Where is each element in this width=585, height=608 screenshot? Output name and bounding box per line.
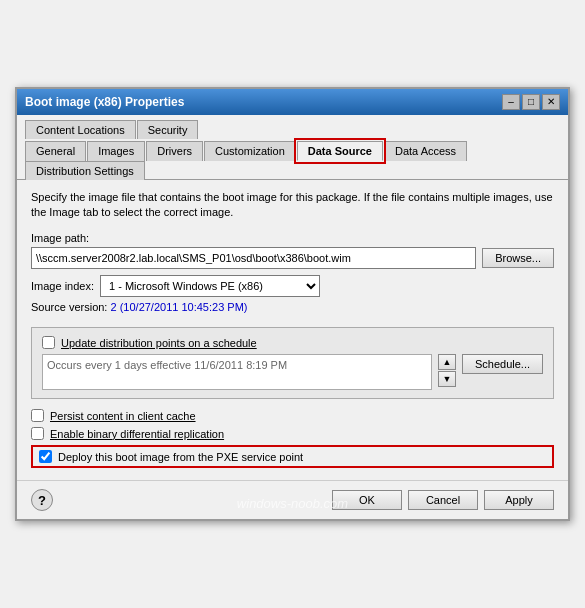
tab-data-access[interactable]: Data Access bbox=[384, 141, 467, 161]
image-path-label: Image path: bbox=[31, 232, 554, 244]
browse-button[interactable]: Browse... bbox=[482, 248, 554, 268]
title-bar: Boot image (x86) Properties – □ ✕ bbox=[17, 89, 568, 115]
binary-diff-checkbox[interactable] bbox=[31, 427, 44, 440]
maximize-button[interactable]: □ bbox=[522, 94, 540, 110]
source-version-value: 2 (10/27/2011 10:45:23 PM) bbox=[111, 301, 248, 313]
schedule-text: Occurs every 1 days effective 11/6/2011 … bbox=[42, 354, 432, 390]
window-title: Boot image (x86) Properties bbox=[25, 95, 184, 109]
persist-cache-label[interactable]: Persist content in client cache bbox=[50, 410, 196, 422]
schedule-arrows: ▲ ▼ bbox=[438, 354, 456, 387]
properties-window: Boot image (x86) Properties – □ ✕ Conten… bbox=[15, 87, 570, 522]
image-index-label: Image index: bbox=[31, 280, 94, 292]
tab-row-2: General Images Drivers Customization Dat… bbox=[25, 140, 560, 179]
tab-general[interactable]: General bbox=[25, 141, 86, 161]
tab-drivers[interactable]: Drivers bbox=[146, 141, 203, 161]
source-version-row: Source version: 2 (10/27/2011 10:45:23 P… bbox=[31, 301, 554, 313]
dialog-buttons: OK Cancel Apply bbox=[332, 490, 554, 510]
ok-button[interactable]: OK bbox=[332, 490, 402, 510]
tab-customization[interactable]: Customization bbox=[204, 141, 296, 161]
update-dp-checkbox-row: Update distribution points on a schedule bbox=[42, 336, 543, 349]
description-text: Specify the image file that contains the… bbox=[31, 190, 554, 221]
tab-row-1: Content Locations Security bbox=[25, 119, 560, 138]
image-index-select[interactable]: 1 - Microsoft Windows PE (x86) bbox=[100, 275, 320, 297]
persist-cache-row: Persist content in client cache bbox=[31, 409, 554, 422]
minimize-button[interactable]: – bbox=[502, 94, 520, 110]
image-path-input[interactable] bbox=[31, 247, 476, 269]
image-index-row: Image index: 1 - Microsoft Windows PE (x… bbox=[31, 275, 554, 297]
source-version-label: Source version: bbox=[31, 301, 107, 313]
tab-content-locations[interactable]: Content Locations bbox=[25, 120, 136, 139]
tab-container: Content Locations Security General Image… bbox=[17, 115, 568, 180]
title-controls: – □ ✕ bbox=[502, 94, 560, 110]
scroll-down-button[interactable]: ▼ bbox=[438, 371, 456, 387]
image-path-row: Browse... bbox=[31, 247, 554, 269]
standalone-checkboxes: Persist content in client cache Enable b… bbox=[31, 409, 554, 468]
cancel-button[interactable]: Cancel bbox=[408, 490, 478, 510]
schedule-row: Occurs every 1 days effective 11/6/2011 … bbox=[42, 354, 543, 390]
update-dp-section: Update distribution points on a schedule… bbox=[31, 327, 554, 399]
content-area: Specify the image file that contains the… bbox=[17, 180, 568, 481]
update-dp-label[interactable]: Update distribution points on a schedule bbox=[61, 337, 257, 349]
schedule-btn-col: Schedule... bbox=[462, 354, 543, 374]
scroll-up-button[interactable]: ▲ bbox=[438, 354, 456, 370]
bottom-bar: ? OK Cancel Apply bbox=[17, 480, 568, 519]
tab-security[interactable]: Security bbox=[137, 120, 199, 139]
binary-diff-row: Enable binary differential replication bbox=[31, 427, 554, 440]
help-button[interactable]: ? bbox=[31, 489, 53, 511]
deploy-pxe-label[interactable]: Deploy this boot image from the PXE serv… bbox=[58, 451, 303, 463]
persist-cache-checkbox[interactable] bbox=[31, 409, 44, 422]
tab-distribution-settings[interactable]: Distribution Settings bbox=[25, 161, 145, 180]
deploy-pxe-checkbox[interactable] bbox=[39, 450, 52, 463]
schedule-button[interactable]: Schedule... bbox=[462, 354, 543, 374]
close-button[interactable]: ✕ bbox=[542, 94, 560, 110]
deploy-pxe-row: Deploy this boot image from the PXE serv… bbox=[31, 445, 554, 468]
update-dp-checkbox[interactable] bbox=[42, 336, 55, 349]
tab-data-source[interactable]: Data Source bbox=[297, 141, 383, 161]
binary-diff-label[interactable]: Enable binary differential replication bbox=[50, 428, 224, 440]
apply-button[interactable]: Apply bbox=[484, 490, 554, 510]
tab-images[interactable]: Images bbox=[87, 141, 145, 161]
